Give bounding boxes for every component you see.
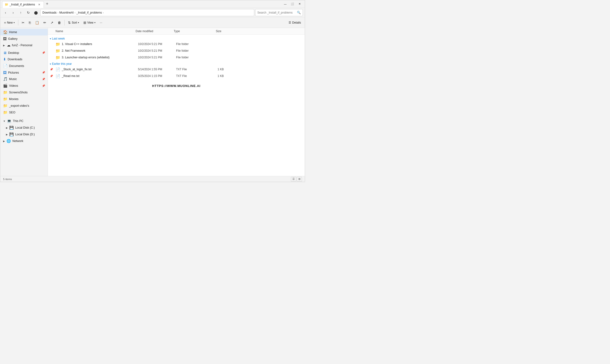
tab-close-button[interactable]: ✕ <box>38 3 41 6</box>
close-button[interactable]: ✕ <box>296 2 303 6</box>
watermark: HTTPS://WWW.MUONLINE.AI <box>48 79 305 90</box>
network-expand-icon[interactable]: ▶ <box>3 140 5 143</box>
search-input[interactable] <box>257 11 296 14</box>
sidebar-label-home: Home <box>9 30 45 34</box>
up-button[interactable]: ↑ <box>17 9 24 16</box>
sidebar-item-screenshots[interactable]: 📁 ScreensShots <box>0 89 48 96</box>
file-area: Name Date modified Type Size ▾ Last week… <box>48 28 305 176</box>
cut-button[interactable]: ✂ <box>20 19 26 26</box>
new-dropdown-icon: ▾ <box>13 21 15 24</box>
section-last-week[interactable]: ▾ Last week <box>48 36 305 41</box>
breadcrumb-bar[interactable]: Downloads › MuonlineAI › _Install_if_pro… <box>40 9 254 16</box>
sidebar-item-seo[interactable]: 📁 SEO <box>0 109 48 116</box>
copy-button[interactable]: ⎘ <box>27 19 33 26</box>
file-row-launcher-startup[interactable]: 📁 3. Launcher-startup errors (whitelist)… <box>48 54 305 61</box>
file-row-stuck-at-login[interactable]: 📌 📄 _Stuck_at_login_fix.txt 5/14/2024 1:… <box>48 66 305 73</box>
folder-icon-net-framework: 📁 <box>55 49 60 53</box>
sort-label: Sort <box>72 21 77 24</box>
sidebar-item-desktop[interactable]: 🖥 Desktop 📌 <box>0 50 48 56</box>
sidebar-item-home[interactable]: 🏠 Home <box>0 29 48 36</box>
read-me-pin: 📌 <box>50 75 54 78</box>
sidebar-label-desktop: Desktop <box>8 51 40 54</box>
home-icon: 🏠 <box>3 30 8 34</box>
sidebar-label-local-disk-c: Local Disk (C:) <box>15 126 45 129</box>
delete-button[interactable]: 🗑 <box>56 19 63 26</box>
cloud-expand-icon[interactable]: ▶ <box>3 44 5 47</box>
section-earlier-this-year[interactable]: ▾ Earlier this year <box>48 61 305 66</box>
sidebar-item-cloud[interactable]: ▶ ☁ funZ - Personal <box>0 42 48 49</box>
view-button[interactable]: ⊞ View ▾ <box>81 19 97 26</box>
tab-folder-icon: 📁 <box>5 3 8 6</box>
pictures-icon: 🖼 <box>3 70 7 75</box>
sidebar-item-local-disk-c[interactable]: ▶ 💾 Local Disk (C:) <box>0 124 48 131</box>
file-row-net-framework[interactable]: 📁 2. Net Framework 10/2/2024 5:21 PM Fil… <box>48 47 305 54</box>
recent-locations-button[interactable]: ⬤ <box>33 9 39 16</box>
local-disk-c-expand-icon[interactable]: ▶ <box>6 127 8 129</box>
more-label: ··· <box>100 21 102 24</box>
sort-button[interactable]: ⇅ Sort ▾ <box>66 19 81 26</box>
refresh-button[interactable]: ↻ <box>25 9 32 16</box>
file-row-read-me[interactable]: 📌 📄 _Read me.txt 3/25/2024 1:15 PM TXT F… <box>48 73 305 79</box>
bc-sep-2: › <box>75 11 76 14</box>
new-tab-button[interactable]: + <box>44 1 51 7</box>
column-name[interactable]: Name <box>50 29 136 33</box>
pictures-pin-icon: 📌 <box>42 71 45 74</box>
sidebar-item-videos[interactable]: 🎬 Videos 📌 <box>0 82 48 89</box>
column-date-modified[interactable]: Date modified <box>136 29 174 33</box>
copy-icon: ⎘ <box>29 21 31 25</box>
column-type[interactable]: Type <box>174 29 202 33</box>
view-dropdown-icon: ▾ <box>94 21 96 24</box>
new-button[interactable]: + New ▾ <box>2 19 17 26</box>
launcher-startup-date: 10/2/2024 5:21 PM <box>138 56 176 59</box>
network-icon: 🌐 <box>6 139 11 143</box>
details-view-button[interactable]: ☰ <box>291 177 296 182</box>
local-disk-d-icon: 💾 <box>9 132 14 136</box>
sidebar: 🏠 Home 🖼 Gallery ▶ ☁ funZ - Personal 🖥 D… <box>0 28 48 176</box>
sidebar-item-pictures[interactable]: 🖼 Pictures 📌 <box>0 69 48 76</box>
sidebar-item-movies[interactable]: 📁 Movies <box>0 96 48 103</box>
sidebar-item-export-videos[interactable]: 📁 _export-video's <box>0 103 48 109</box>
breadcrumb-downloads[interactable]: Downloads <box>42 11 56 14</box>
back-button[interactable]: ‹ <box>2 9 9 16</box>
minimize-button[interactable]: — <box>282 2 288 6</box>
active-tab[interactable]: 📁 _Install_if_problems ✕ <box>2 1 44 8</box>
sidebar-item-documents[interactable]: 📄 Documents <box>0 63 48 69</box>
read-me-type: TXT File <box>176 74 205 78</box>
view-toggle: ☰ ⊞ <box>291 177 302 182</box>
maximize-button[interactable]: ⬜ <box>289 2 296 6</box>
sidebar-item-this-pc[interactable]: ▼ 💻 This PC <box>0 118 48 124</box>
breadcrumb-muonlineai[interactable]: MuonlineAI <box>59 11 74 14</box>
share-button[interactable]: ↗ <box>49 19 55 26</box>
videos-pin-icon: 📌 <box>42 84 45 87</box>
read-me-name: _Read me.txt <box>62 74 138 78</box>
sidebar-item-downloads[interactable]: ⬇ Downloads <box>0 56 48 63</box>
sidebar-label-music: Music <box>9 78 40 81</box>
toolbar: + New ▾ ✂ ⎘ 📋 ✏ ↗ 🗑 ⇅ Sort ▾ ⊞ <box>0 17 305 28</box>
sidebar-item-local-disk-d[interactable]: ▶ 💾 Local Disk (D:) <box>0 131 48 138</box>
this-pc-expand-icon[interactable]: ▼ <box>3 120 5 122</box>
breadcrumb-install[interactable]: _Install_if_problems <box>77 11 102 14</box>
column-size[interactable]: Size <box>202 29 221 33</box>
sidebar-label-gallery: Gallery <box>8 37 45 40</box>
documents-icon: 📄 <box>3 64 8 68</box>
sidebar-item-network[interactable]: ▶ 🌐 Network <box>0 138 48 144</box>
share-icon: ↗ <box>51 21 53 25</box>
local-disk-d-expand-icon[interactable]: ▶ <box>6 133 8 136</box>
cut-icon: ✂ <box>22 21 25 25</box>
sidebar-item-gallery[interactable]: 🖼 Gallery <box>0 36 48 42</box>
navigation-bar: ‹ › ↑ ↻ ⬤ Downloads › MuonlineAI › _Inst… <box>0 8 305 17</box>
bc-sep-1: › <box>57 11 58 14</box>
view-icon: ⊞ <box>83 21 86 25</box>
paste-button[interactable]: 📋 <box>33 19 41 26</box>
rename-button[interactable]: ✏ <box>41 19 48 26</box>
forward-button[interactable]: › <box>10 9 16 16</box>
grid-view-button[interactable]: ⊞ <box>297 177 302 182</box>
stuck-at-login-pin: 📌 <box>50 68 54 71</box>
sidebar-item-music[interactable]: 🎵 Music 📌 <box>0 76 48 82</box>
sidebar-label-screenshots: ScreensShots <box>9 91 45 94</box>
search-bar[interactable]: 🔍 <box>255 9 303 16</box>
sidebar-label-cloud: funZ - Personal <box>12 44 45 47</box>
more-button[interactable]: ··· <box>98 19 104 26</box>
file-row-visual-cpp[interactable]: 📁 1. Visual C++ installers 10/2/2024 5:2… <box>48 41 305 47</box>
details-button[interactable]: ☰ Details <box>287 19 303 26</box>
